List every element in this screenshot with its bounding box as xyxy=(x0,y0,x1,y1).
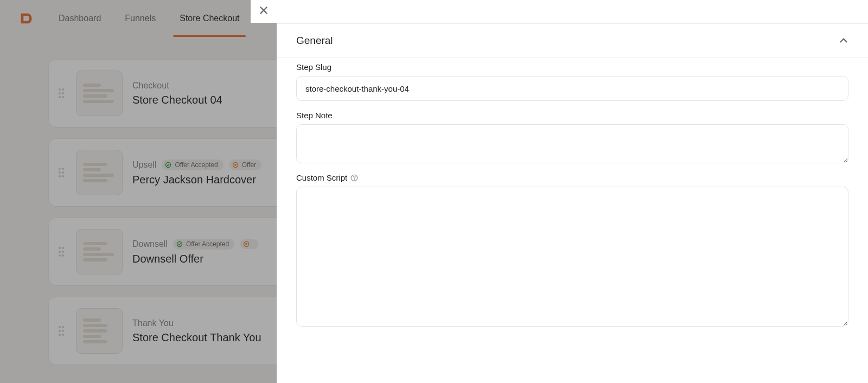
step-slug-label: Step Slug xyxy=(296,62,848,72)
section-general-body: Step Slug Step Note Custom Script xyxy=(277,58,868,340)
chevron-up-icon xyxy=(839,36,848,46)
step-note-label: Step Note xyxy=(296,111,848,120)
field-custom-script: Custom Script xyxy=(296,173,848,327)
field-step-slug: Step Slug xyxy=(296,62,848,101)
close-button[interactable] xyxy=(251,0,277,23)
field-step-note: Step Note xyxy=(296,111,848,163)
section-general-header[interactable]: General xyxy=(277,24,868,58)
step-note-input[interactable] xyxy=(296,124,848,163)
custom-script-label-text: Custom Script xyxy=(296,173,347,182)
close-icon xyxy=(259,5,269,17)
step-slug-input[interactable] xyxy=(296,76,848,101)
panel-header-spacer xyxy=(277,0,868,24)
settings-panel: General Step Slug Step Note Custom Scrip… xyxy=(277,0,868,383)
svg-point-29 xyxy=(354,179,355,180)
custom-script-input[interactable] xyxy=(296,187,848,327)
custom-script-label: Custom Script xyxy=(296,173,848,182)
help-icon[interactable] xyxy=(350,174,358,182)
section-title: General xyxy=(296,35,333,47)
